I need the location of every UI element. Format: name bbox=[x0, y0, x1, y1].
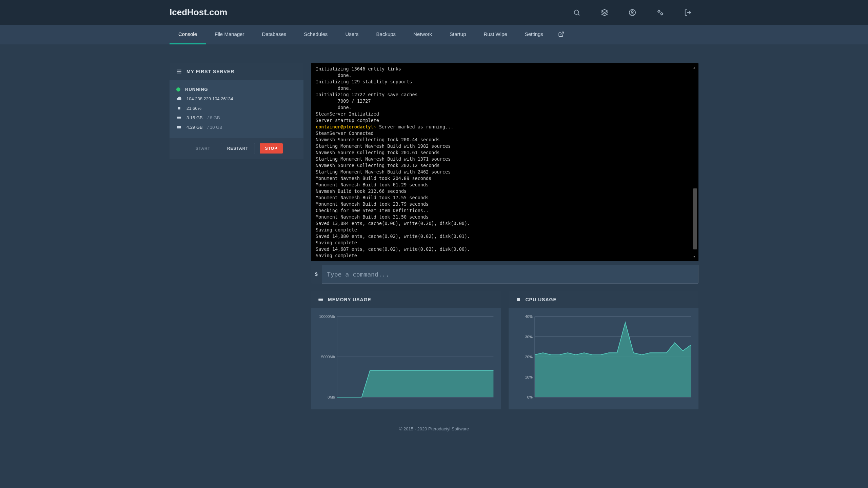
tab-rust-wipe[interactable]: Rust Wipe bbox=[475, 25, 516, 44]
tab-console[interactable]: Console bbox=[170, 25, 206, 44]
svg-point-6 bbox=[661, 13, 663, 14]
svg-text:10%: 10% bbox=[525, 375, 532, 379]
tabbar: Console File Manager Databases Schedules… bbox=[0, 25, 868, 44]
svg-point-4 bbox=[631, 11, 633, 13]
memory-icon bbox=[318, 297, 324, 303]
tab-backups[interactable]: Backups bbox=[368, 25, 405, 44]
external-link-icon bbox=[558, 31, 564, 37]
tab-external-link[interactable] bbox=[552, 25, 570, 44]
memory-chart-title: MEMORY USAGE bbox=[328, 297, 371, 302]
admin-cogs-icon[interactable] bbox=[656, 9, 664, 16]
memory-icon bbox=[176, 115, 182, 120]
server-info-header: MY FIRST SERVER bbox=[170, 63, 303, 80]
cpu-chart-card: CPU USAGE 0%10%20%30%40% bbox=[509, 291, 699, 409]
svg-text:5000Mb: 5000Mb bbox=[321, 355, 335, 359]
footer-copyright: © 2015 - 2020 Pterodactyl Software bbox=[0, 426, 868, 431]
svg-text:10000Mb: 10000Mb bbox=[319, 314, 335, 319]
scroll-up-icon[interactable]: ▴ bbox=[693, 64, 696, 71]
command-input[interactable] bbox=[322, 265, 698, 284]
console-output[interactable]: ▴ ▾ Initializing 13646 entity links done… bbox=[311, 63, 698, 261]
brand-title[interactable]: IcedHost.com bbox=[170, 7, 228, 18]
svg-rect-13 bbox=[177, 117, 181, 118]
cloud-icon bbox=[176, 96, 182, 101]
svg-line-8 bbox=[560, 32, 563, 35]
user-icon[interactable] bbox=[629, 9, 636, 16]
logout-icon[interactable] bbox=[684, 9, 692, 16]
chip-icon bbox=[515, 297, 521, 303]
status-dot-icon bbox=[176, 87, 180, 92]
chip-icon bbox=[176, 105, 182, 111]
cpu-value: 21.66% bbox=[186, 106, 201, 111]
memory-row: 3.15 GB / 8 GB bbox=[176, 113, 297, 122]
topbar-actions bbox=[573, 9, 692, 16]
svg-rect-12 bbox=[178, 107, 180, 109]
scrollbar-thumb[interactable] bbox=[693, 188, 697, 249]
disk-used: 4.29 GB bbox=[186, 125, 203, 130]
command-prompt-symbol: $ bbox=[311, 265, 322, 284]
disk-row: 4.29 GB / 10 GB bbox=[176, 122, 297, 132]
svg-line-1 bbox=[578, 14, 579, 15]
memory-chart-card: MEMORY USAGE 0Mb5000Mb10000Mb bbox=[311, 291, 501, 409]
search-icon[interactable] bbox=[573, 9, 580, 16]
svg-rect-24 bbox=[517, 298, 520, 301]
tab-users[interactable]: Users bbox=[336, 25, 367, 44]
svg-marker-2 bbox=[601, 9, 608, 12]
start-button: START bbox=[190, 143, 216, 154]
memory-total: / 8 GB bbox=[208, 115, 220, 120]
cpu-chart: 0%10%20%30%40% bbox=[514, 313, 693, 401]
server-info-card: MY FIRST SERVER RUNNING 104.238.229.104:… bbox=[170, 63, 303, 159]
disk-total: / 10 GB bbox=[208, 125, 222, 130]
tab-startup[interactable]: Startup bbox=[441, 25, 475, 44]
restart-button[interactable]: RESTART bbox=[221, 143, 255, 154]
svg-text:0Mb: 0Mb bbox=[328, 395, 335, 399]
svg-rect-14 bbox=[177, 126, 181, 128]
memory-used: 3.15 GB bbox=[186, 115, 203, 120]
tab-file-manager[interactable]: File Manager bbox=[206, 25, 253, 44]
tab-schedules[interactable]: Schedules bbox=[295, 25, 336, 44]
ip-row: 104.238.229.104:26134 bbox=[176, 94, 297, 103]
status-label: RUNNING bbox=[185, 87, 208, 92]
tab-settings[interactable]: Settings bbox=[516, 25, 552, 44]
topbar: IcedHost.com bbox=[0, 0, 868, 25]
tab-network[interactable]: Network bbox=[405, 25, 441, 44]
cpu-chart-header: CPU USAGE bbox=[509, 291, 699, 308]
svg-point-15 bbox=[178, 127, 178, 127]
memory-chart: 0Mb5000Mb10000Mb bbox=[316, 313, 496, 401]
command-row: $ bbox=[311, 265, 698, 284]
svg-text:0%: 0% bbox=[527, 395, 532, 399]
cpu-row: 21.66% bbox=[176, 103, 297, 113]
status-row: RUNNING bbox=[176, 85, 297, 94]
svg-text:20%: 20% bbox=[525, 355, 532, 359]
power-buttons: START RESTART STOP bbox=[170, 138, 303, 159]
svg-text:30%: 30% bbox=[525, 335, 532, 339]
server-name: MY FIRST SERVER bbox=[186, 69, 234, 74]
svg-point-0 bbox=[574, 10, 579, 14]
cpu-chart-title: CPU USAGE bbox=[526, 297, 557, 302]
hdd-icon bbox=[176, 124, 182, 130]
tab-databases[interactable]: Databases bbox=[253, 25, 295, 44]
stop-button[interactable]: STOP bbox=[260, 143, 283, 154]
svg-text:40%: 40% bbox=[525, 314, 532, 319]
ip-value: 104.238.229.104:26134 bbox=[186, 96, 233, 101]
svg-point-5 bbox=[658, 10, 660, 12]
list-icon bbox=[176, 68, 182, 75]
scroll-down-icon[interactable]: ▾ bbox=[693, 253, 696, 260]
memory-chart-header: MEMORY USAGE bbox=[311, 291, 501, 308]
layers-icon[interactable] bbox=[601, 9, 608, 16]
svg-rect-16 bbox=[318, 299, 323, 301]
